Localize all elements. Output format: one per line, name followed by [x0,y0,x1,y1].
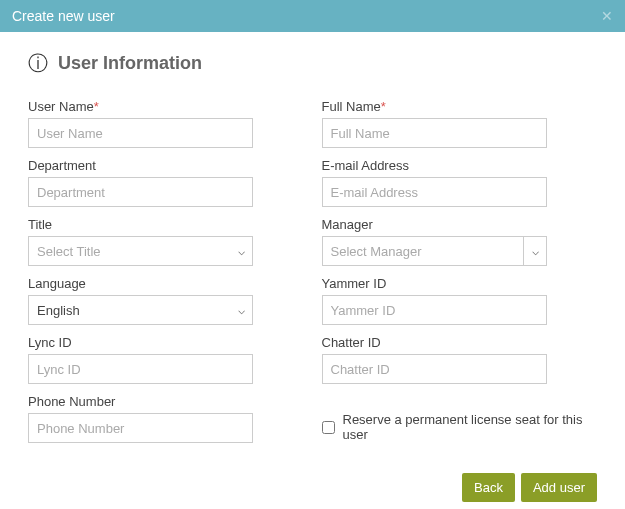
phone-input[interactable] [28,413,253,443]
section-title-text: User Information [58,53,202,74]
chevron-down-icon: ⌵ [523,236,547,266]
modal-footer: Back Add user [28,473,597,502]
yammer-input[interactable] [322,295,547,325]
title-select[interactable] [28,236,253,266]
fullname-field-group: Full Name* [322,99,598,148]
create-user-modal: Create new user ✕ ⓘ User Information Use… [0,0,625,509]
language-field-group: Language English ⌵ [28,276,304,325]
section-heading: ⓘ User Information [28,50,597,77]
reserve-seat-row: Reserve a permanent license seat for thi… [322,412,598,442]
manager-field-group: Manager ⌵ [322,217,598,266]
modal-header: Create new user ✕ [0,0,625,32]
fullname-input[interactable] [322,118,547,148]
yammer-label: Yammer ID [322,276,598,291]
department-field-group: Department [28,158,304,207]
email-label: E-mail Address [322,158,598,173]
department-label: Department [28,158,304,173]
email-input[interactable] [322,177,547,207]
chatter-label: Chatter ID [322,335,598,350]
email-field-group: E-mail Address [322,158,598,207]
lync-label: Lync ID [28,335,304,350]
username-label: User Name* [28,99,304,114]
reserve-seat-label: Reserve a permanent license seat for thi… [343,412,598,442]
chatter-input[interactable] [322,354,547,384]
username-input[interactable] [28,118,253,148]
user-form: User Name* Full Name* Department E-mail … [28,99,597,443]
username-field-group: User Name* [28,99,304,148]
add-user-button[interactable]: Add user [521,473,597,502]
phone-label: Phone Number [28,394,304,409]
lync-input[interactable] [28,354,253,384]
lync-field-group: Lync ID [28,335,304,384]
title-field-group: Title ⌵ [28,217,304,266]
language-label: Language [28,276,304,291]
reserve-seat-checkbox[interactable] [322,421,335,434]
manager-select[interactable] [322,236,547,266]
language-select[interactable]: English [28,295,253,325]
manager-label: Manager [322,217,598,232]
yammer-field-group: Yammer ID [322,276,598,325]
department-input[interactable] [28,177,253,207]
modal-body: ⓘ User Information User Name* Full Name*… [0,32,625,509]
info-icon: ⓘ [28,50,48,77]
fullname-label: Full Name* [322,99,598,114]
back-button[interactable]: Back [462,473,515,502]
chatter-field-group: Chatter ID [322,335,598,384]
title-label: Title [28,217,304,232]
close-icon[interactable]: ✕ [601,8,613,24]
modal-title: Create new user [12,8,115,24]
phone-field-group: Phone Number [28,394,304,443]
